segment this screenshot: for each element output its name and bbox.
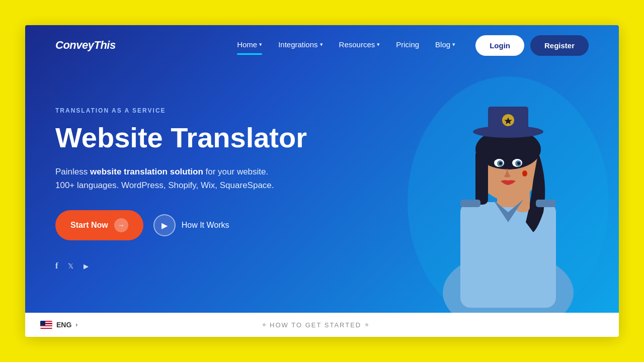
svg-rect-20 [460,200,480,207]
hero-image [367,51,619,313]
chevron-down-icon: ▾ [259,41,262,48]
youtube-icon[interactable] [84,260,89,271]
nav-item-home[interactable]: Home ▾ [237,40,262,51]
language-selector[interactable]: ENG › [40,321,77,329]
nav-item-resources[interactable]: Resources ▾ [339,40,380,51]
hero-content: TRANSLATION AS A SERVICE Website Transla… [25,65,619,313]
dot-icon [263,323,266,326]
footer-bar: ENG › HOW TO GET STARTED [25,313,619,337]
hero-description: Painless website translation solution fo… [55,165,307,192]
chevron-down-icon: ▾ [320,41,323,48]
svg-point-19 [522,170,527,176]
svg-rect-6 [475,149,488,205]
how-to-get-started: HOW TO GET STARTED [263,321,368,329]
start-now-button[interactable]: Start Now → [55,210,143,240]
dot-icon [365,323,368,326]
hero-tag: TRANSLATION AS A SERVICE [55,107,307,114]
nav-buttons: Login Register [475,35,589,56]
navbar: ConveyThis Home ▾ Integrations ▾ Resourc… [25,25,619,65]
nav-links: Home ▾ Integrations ▾ Resources ▾ Pricin… [237,40,455,51]
svg-point-16 [517,162,520,165]
svg-rect-21 [536,200,556,207]
hero-title: Website Translator [55,122,307,153]
chevron-down-icon: ▾ [377,41,380,48]
how-it-works-button[interactable]: ▶ How It Works [153,214,229,236]
chevron-down-icon: ▾ [452,41,455,48]
play-icon: ▶ [153,214,176,236]
lang-label: ENG [56,321,71,329]
facebook-icon[interactable] [55,260,58,271]
logo[interactable]: ConveyThis [55,39,116,52]
hero-text: TRANSLATION AS A SERVICE Website Transla… [55,107,307,272]
nav-item-integrations[interactable]: Integrations ▾ [278,40,323,51]
social-icons [55,260,307,271]
arrow-right-icon: → [114,218,128,232]
nav-item-pricing[interactable]: Pricing [396,40,419,51]
flag-icon [40,321,52,329]
hero-actions: Start Now → ▶ How It Works [55,210,307,240]
twitter-icon[interactable] [68,260,73,271]
nav-item-blog[interactable]: Blog ▾ [435,40,455,51]
chevron-right-icon: › [75,321,77,328]
svg-point-15 [499,162,502,165]
login-button[interactable]: Login [475,35,524,56]
register-button[interactable]: Register [530,35,589,56]
